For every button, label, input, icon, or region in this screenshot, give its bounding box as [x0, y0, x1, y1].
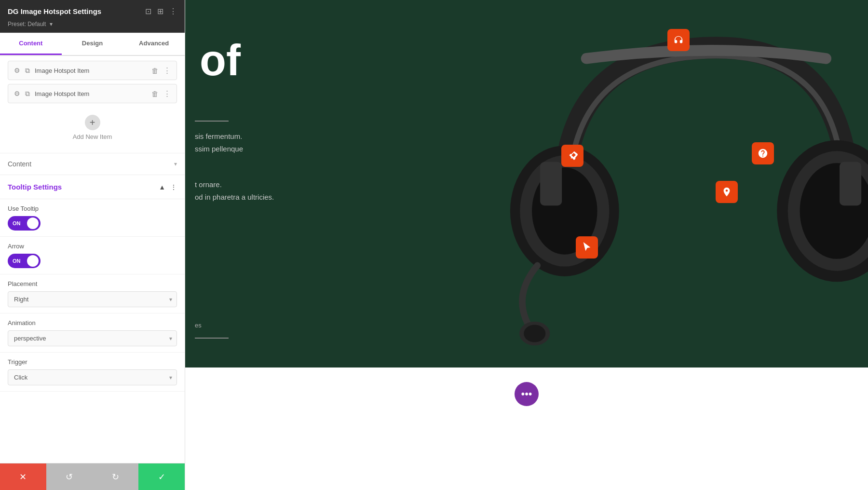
redo-button[interactable]: ↻ — [93, 463, 139, 490]
panel-icon-grid[interactable]: ⊞ — [157, 7, 163, 16]
content-section-title: Content — [8, 160, 31, 168]
big-heading: of — [200, 39, 241, 82]
panel-title: DG Image Hotspot Settings — [8, 7, 101, 15]
bottom-toolbar: ✕ ↺ ↻ ✓ — [0, 463, 185, 490]
floating-btn-dots: ••• — [521, 388, 532, 400]
body-text-1: sis fermentum. ssim pellenque — [195, 130, 243, 155]
panel-body: ⚙ ⧉ Image Hotspot Item 🗑 ⋮ ⚙ ⧉ Image Hot… — [0, 56, 185, 463]
animation-label: Animation — [8, 319, 177, 327]
arrow-label: Arrow — [8, 243, 177, 250]
item-settings-icon-1[interactable]: ⚙ — [14, 67, 20, 74]
item-duplicate-icon-1[interactable]: ⧉ — [25, 67, 30, 75]
animation-row: Animation perspective fade shift-away sc… — [0, 313, 185, 353]
floating-more-button[interactable]: ••• — [515, 382, 539, 406]
animation-select[interactable]: perspective fade shift-away scale — [8, 330, 177, 346]
body-text-2: t ornare. od in pharetra a ultricies. — [195, 178, 274, 203]
arrow-toggle[interactable]: ON — [8, 254, 41, 268]
panel-icon-dots[interactable]: ⋮ — [169, 7, 177, 16]
hotspot-item-1: ⚙ ⧉ Image Hotspot Item 🗑 ⋮ — [8, 61, 177, 80]
hotspot-pin-cursor[interactable] — [576, 236, 598, 259]
arrow-row: Arrow ON — [0, 237, 185, 274]
item-settings-icon-2[interactable]: ⚙ — [14, 90, 20, 97]
divider-line-2 — [195, 338, 229, 339]
tab-advanced[interactable]: Advanced — [123, 33, 185, 55]
svg-point-9 — [524, 325, 545, 342]
hotspot-pin-question[interactable] — [752, 142, 774, 164]
hotspot-pin-headphones[interactable] — [667, 29, 690, 51]
panel-preset[interactable]: Preset: Default ▾ — [0, 21, 185, 33]
panel-tabs: Content Design Advanced — [0, 33, 185, 56]
tooltip-chevron-icon[interactable]: ▲ — [159, 183, 165, 191]
item-delete-icon-2[interactable]: 🗑 — [151, 90, 159, 98]
svg-rect-7 — [840, 162, 861, 205]
save-button[interactable]: ✓ — [138, 463, 185, 490]
item-delete-icon-1[interactable]: 🗑 — [151, 67, 159, 75]
undo-button[interactable]: ↺ — [46, 463, 93, 490]
panel-icon-square[interactable]: ⊡ — [145, 7, 151, 16]
link-text: es — [195, 322, 202, 329]
tooltip-dots-icon[interactable]: ⋮ — [170, 183, 177, 191]
trigger-label: Trigger — [8, 358, 177, 366]
item-menu-icon-2[interactable]: ⋮ — [163, 89, 171, 98]
item-label-2: Image Hotspot Item — [35, 90, 89, 97]
hotspot-item-2: ⚙ ⧉ Image Hotspot Item 🗑 ⋮ — [8, 84, 177, 103]
item-menu-icon-1[interactable]: ⋮ — [163, 66, 171, 75]
content-bottom: ••• — [185, 368, 868, 490]
placement-select[interactable]: Right Left Top Bottom — [8, 291, 177, 307]
hotspot-pin-location[interactable] — [716, 181, 738, 203]
panel-header: DG Image Hotspot Settings ⊡ ⊞ ⋮ — [0, 0, 185, 21]
item-label-1: Image Hotspot Item — [35, 67, 89, 74]
content-top: of sis fermentum. ssim pellenque t ornar… — [185, 0, 868, 368]
placement-label: Placement — [8, 280, 177, 287]
tab-content[interactable]: Content — [0, 33, 62, 55]
animation-select-wrapper: perspective fade shift-away scale ▾ — [8, 330, 177, 346]
headphone-illustration — [424, 0, 868, 368]
trigger-row: Trigger Click Hover ▾ — [0, 353, 185, 392]
use-tooltip-label: Use Tooltip — [8, 205, 177, 212]
add-new-button[interactable]: + — [85, 115, 100, 130]
tooltip-settings-title: Tooltip Settings — [8, 183, 62, 191]
placement-row: Placement Right Left Top Bottom ▾ — [0, 274, 185, 313]
tab-design[interactable]: Design — [62, 33, 123, 55]
trigger-select-wrapper: Click Hover ▾ — [8, 369, 177, 385]
panel-header-icons: ⊡ ⊞ ⋮ — [145, 7, 177, 16]
cancel-button[interactable]: ✕ — [0, 463, 46, 490]
add-new-label: Add New Item — [73, 133, 112, 140]
use-tooltip-row: Use Tooltip ON — [0, 199, 185, 237]
arrow-toggle-thumb — [27, 255, 39, 267]
hotspot-pin-pushpin[interactable] — [561, 145, 583, 167]
arrow-toggle-on-text: ON — [10, 258, 21, 264]
toggle-on-text: ON — [10, 220, 21, 226]
trigger-select[interactable]: Click Hover — [8, 369, 177, 385]
use-tooltip-toggle[interactable]: ON — [8, 216, 41, 231]
tooltip-settings-header: Tooltip Settings ▲ ⋮ — [0, 175, 185, 199]
add-new-item[interactable]: + Add New Item — [8, 107, 177, 148]
svg-rect-6 — [540, 162, 562, 205]
content-area: of sis fermentum. ssim pellenque t ornar… — [185, 0, 868, 490]
settings-panel: DG Image Hotspot Settings ⊡ ⊞ ⋮ Preset: … — [0, 0, 185, 490]
item-duplicate-icon-2[interactable]: ⧉ — [25, 90, 30, 98]
item-list: ⚙ ⧉ Image Hotspot Item 🗑 ⋮ ⚙ ⧉ Image Hot… — [0, 56, 185, 153]
divider-line-1 — [195, 121, 229, 122]
content-chevron-icon: ▾ — [174, 161, 177, 167]
content-section-header[interactable]: Content ▾ — [0, 153, 185, 175]
placement-select-wrapper: Right Left Top Bottom ▾ — [8, 291, 177, 307]
toggle-thumb — [27, 218, 39, 229]
